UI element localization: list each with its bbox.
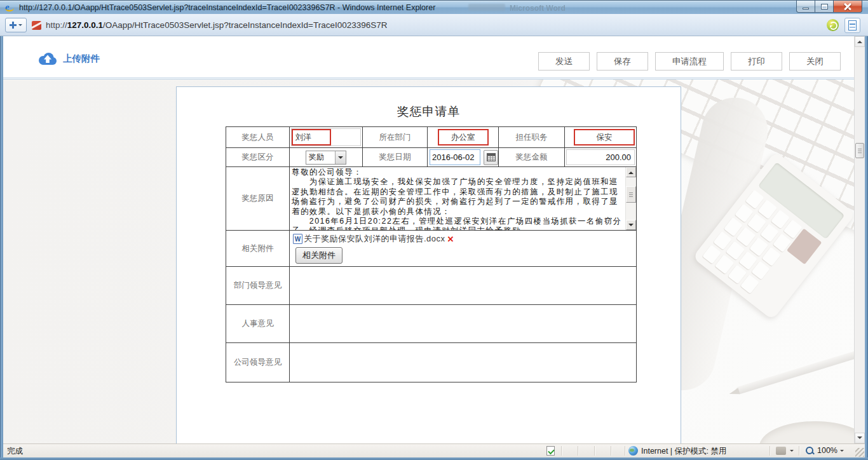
amount-label: 奖惩金额: [499, 148, 565, 167]
select-arrow-icon[interactable]: [335, 151, 346, 164]
minimize-icon: [803, 8, 809, 10]
hr-opinion-cell[interactable]: [290, 305, 637, 343]
scrollbar-thumb[interactable]: [626, 186, 636, 203]
print-button[interactable]: 打印: [731, 52, 782, 71]
close-button[interactable]: [834, 1, 862, 13]
chevron-down-icon[interactable]: [790, 450, 794, 454]
dept-opinion-cell[interactable]: [290, 267, 637, 305]
upload-attachment-link[interactable]: 上传附件: [37, 51, 100, 65]
attachment-cell: W 关于奖励保安队刘洋的申请报告.docx ✕ 相关附件: [290, 231, 637, 267]
hr-opinion-label: 人事意见: [226, 305, 290, 343]
position-value[interactable]: 保安: [574, 129, 635, 145]
action-buttons: 发送 保存 申请流程 打印 关闭: [538, 52, 841, 71]
maximize-button[interactable]: [815, 1, 834, 13]
resize-grip[interactable]: [855, 448, 864, 457]
cloud-upload-icon: [37, 51, 57, 65]
url-input[interactable]: http://127.0.0.1/OAapp/HtTrace0503Servle…: [46, 20, 388, 30]
table-row: 人事意见: [226, 305, 637, 343]
attachment-button[interactable]: 相关附件: [295, 247, 342, 264]
security-zone-text: Internet | 保护模式: 禁用: [641, 446, 727, 457]
attachment-filename[interactable]: 关于奖励保安队刘洋的申请报告.docx: [304, 233, 445, 245]
window-frame-bottom: [0, 457, 868, 460]
person-label: 奖惩人员: [226, 127, 290, 148]
protected-mode-icon[interactable]: [776, 447, 786, 455]
internet-globe-icon: [628, 446, 638, 456]
close-icon: [844, 3, 851, 10]
separator: [561, 446, 562, 456]
scroll-down-icon[interactable]: [626, 220, 636, 230]
window-frame-left: [0, 36, 3, 460]
table-row: 奖惩原因 尊敬的公司领导： 为保证施工现场安全，我处保安加强了广场的安全管理力度…: [226, 167, 637, 231]
page-tools-button[interactable]: [844, 18, 860, 33]
word-file-icon: W: [293, 234, 302, 244]
status-bar: 完成 Internet | 保护模式: 禁用 100%: [3, 443, 865, 457]
send-button[interactable]: 发送: [538, 52, 590, 71]
scroll-up-icon[interactable]: [626, 167, 636, 177]
window-controls: [796, 1, 862, 13]
department-cell: 办公室: [428, 127, 499, 148]
form-panel: 奖惩申请单 奖惩人员 刘洋 所在部门 办公室: [176, 86, 681, 443]
title-bar: e http://127.0.0.1/OAapp/HtTrace0503Serv…: [0, 0, 868, 14]
category-select[interactable]: 奖励: [306, 151, 346, 165]
table-row: 奖惩人员 刘洋 所在部门 办公室 担任职务 保安: [226, 127, 637, 148]
page-background: 奖惩申请单 奖惩人员 刘洋 所在部门 办公室: [3, 79, 854, 443]
table-row: 相关附件 W 关于奖励保安队刘洋的申请报告.docx ✕ 相关附件: [226, 231, 637, 267]
company-opinion-label: 公司领导意见: [226, 343, 290, 382]
workflow-button[interactable]: 申请流程: [655, 52, 724, 71]
company-opinion-cell[interactable]: [290, 343, 637, 382]
privacy-check-icon[interactable]: [546, 446, 555, 456]
save-button[interactable]: 保存: [597, 52, 648, 71]
table-row: 公司领导意见: [226, 343, 637, 382]
window-scrollbar[interactable]: [854, 36, 865, 443]
scroll-up-icon[interactable]: [855, 36, 865, 47]
scrollbar-thumb[interactable]: [855, 143, 864, 158]
upload-attachment-label: 上传附件: [63, 53, 100, 65]
add-favorite-button[interactable]: [5, 18, 27, 32]
browser-window: e http://127.0.0.1/OAapp/HtTrace0503Serv…: [0, 0, 868, 460]
position-cell: 保安: [565, 127, 637, 148]
reason-label: 奖惩原因: [226, 167, 290, 231]
calendar-button[interactable]: [484, 150, 498, 165]
position-label: 担任职务: [499, 127, 565, 148]
category-cell: 奖励: [290, 148, 363, 167]
refresh-icon[interactable]: [827, 19, 839, 31]
chevron-down-icon: [18, 24, 22, 28]
textarea-scrollbar[interactable]: [625, 167, 636, 230]
zoom-level[interactable]: 100%: [817, 446, 837, 455]
minimize-button[interactable]: [796, 1, 815, 13]
calendar-icon: [487, 153, 496, 161]
reason-cell: 尊敬的公司领导： 为保证施工现场安全，我处保安加强了广场的安全管理力度，坚持定岗…: [290, 167, 637, 231]
form-title: 奖惩申请单: [177, 104, 681, 120]
delete-attachment-icon[interactable]: ✕: [447, 234, 454, 244]
status-text: 完成: [7, 446, 23, 457]
person-value[interactable]: 刘洋: [292, 129, 331, 145]
zoom-icon[interactable]: [805, 446, 815, 456]
date-label: 奖惩日期: [363, 148, 428, 167]
scroll-down-icon[interactable]: [855, 433, 865, 443]
chevron-down-icon[interactable]: [840, 450, 844, 454]
amount-input[interactable]: 200.00: [566, 149, 635, 165]
application-form-table: 奖惩人员 刘洋 所在部门 办公室 担任职务 保安: [226, 126, 637, 382]
dept-opinion-label: 部门领导意见: [226, 267, 290, 305]
date-input[interactable]: 2016-06-02: [430, 149, 480, 165]
table-row: 部门领导意见: [226, 267, 637, 305]
table-row: 奖惩区分 奖励 奖惩日期 2016-06-02: [226, 148, 637, 167]
separator: [799, 446, 800, 456]
plus-icon: [10, 22, 17, 29]
window-frame-right: [865, 36, 868, 460]
url-path: /OAapp/HtTrace0503Servlet.jsp?traceInsta…: [103, 20, 387, 30]
url-scheme: http://: [46, 20, 67, 30]
category-label: 奖惩区分: [226, 148, 290, 167]
close-page-button[interactable]: 关闭: [789, 52, 841, 71]
separator: [770, 446, 771, 456]
department-value[interactable]: 办公室: [438, 129, 489, 145]
browser-content: 上传附件 发送 保存 申请流程 打印 关闭: [3, 36, 865, 443]
form-toolbar: 上传附件 发送 保存 申请流程 打印 关闭: [3, 36, 854, 78]
reason-textarea[interactable]: 尊敬的公司领导： 为保证施工现场安全，我处保安加强了广场的安全管理力度，坚持定岗…: [290, 167, 636, 230]
separator: [625, 446, 626, 456]
person-cell: 刘洋: [290, 127, 363, 148]
address-bar: http://127.0.0.1/OAapp/HtTrace0503Servle…: [0, 14, 868, 36]
separator: [578, 446, 579, 456]
url-host: 127.0.0.1: [67, 20, 103, 30]
department-label: 所在部门: [363, 127, 428, 148]
